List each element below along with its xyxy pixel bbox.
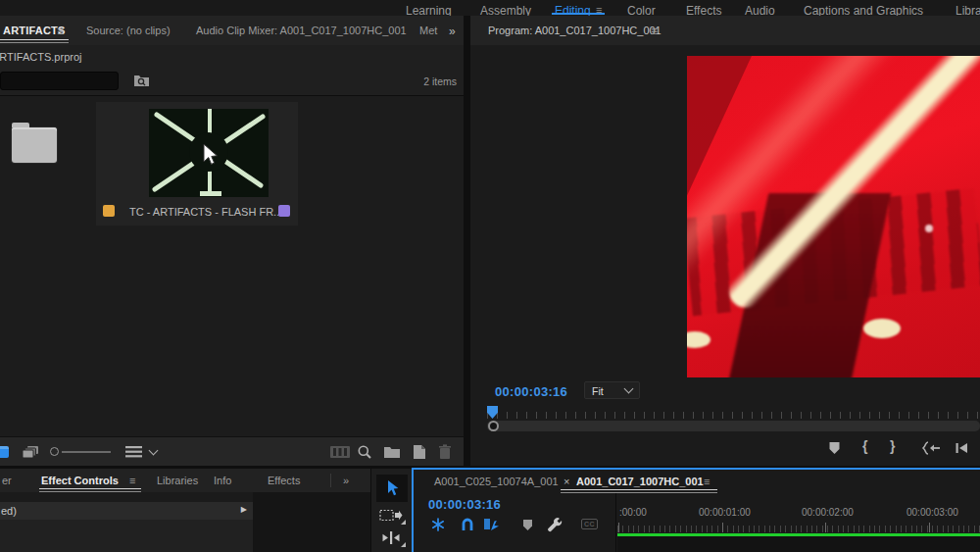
- effect-controls-row[interactable]: ed) ▶: [0, 502, 253, 520]
- sort-icon[interactable]: [125, 446, 142, 458]
- thumbnail-artwork: [149, 109, 269, 197]
- active-tab-underline: [561, 489, 717, 494]
- linked-selection-icon[interactable]: [483, 518, 500, 531]
- step-back-button[interactable]: [954, 441, 969, 455]
- workspace-learning[interactable]: Learning: [406, 4, 452, 16]
- selection-tool[interactable]: [376, 475, 408, 502]
- timeline-timecode[interactable]: 00:00:03:16: [428, 497, 501, 512]
- video-highlight-spot: [687, 331, 710, 348]
- ruler-label: 00:00:02:00: [802, 507, 854, 518]
- program-scrollbar-handle[interactable]: [488, 421, 499, 431]
- zoom-chevron-down-icon: [624, 384, 634, 394]
- automate-to-sequence-icon[interactable]: [330, 445, 350, 459]
- project-bin-content: TC - ARTIFACTS - FLASH FR...: [0, 95, 464, 436]
- project-file-name: ARTIFACTS.prproj: [0, 51, 82, 63]
- tab-sequence-inactive[interactable]: A001_C025_10074A_001: [434, 476, 559, 487]
- mark-out-button[interactable]: }: [890, 438, 895, 454]
- tab-sequence-active[interactable]: A001_C017_1007HC_001: [576, 476, 704, 487]
- snap-magnet-icon[interactable]: [461, 518, 474, 531]
- clip-item[interactable]: TC - ARTIFACTS - FLASH FR...: [96, 102, 298, 226]
- list-view-icon[interactable]: [0, 446, 9, 458]
- workspace-bar: Learning Assembly Editing ≡ Color Effect…: [0, 0, 980, 16]
- project-panel-menu-icon[interactable]: ≡: [57, 25, 64, 38]
- effect-controls-empty-area: [253, 492, 370, 552]
- track-select-forward-tool[interactable]: [379, 508, 403, 523]
- go-to-in-button[interactable]: [920, 441, 941, 455]
- video-highlight-dot: [925, 225, 933, 232]
- program-zoom-scrollbar[interactable]: [487, 421, 980, 431]
- add-marker-icon[interactable]: [522, 519, 533, 531]
- search-bins-icon[interactable]: [133, 73, 150, 87]
- workspace-captions-graphics[interactable]: Captions and Graphics: [804, 4, 923, 16]
- ruler-major-tick: [618, 523, 619, 532]
- workspace-active-underline: [552, 13, 605, 15]
- tab-metadata[interactable]: Met: [419, 25, 437, 36]
- captions-cc-icon[interactable]: CC: [581, 519, 598, 529]
- mark-in-button[interactable]: {: [862, 438, 867, 454]
- ruler-label: 00:00:01:00: [699, 507, 751, 518]
- workspace-color[interactable]: Color: [627, 4, 656, 16]
- effect-controls-menu-icon[interactable]: ≡: [129, 475, 135, 486]
- header-ruler-divider: [615, 493, 616, 552]
- tool-flyout-indicator: [401, 542, 406, 547]
- timeline-settings-wrench-icon[interactable]: [547, 517, 563, 532]
- lower-left-tabbar: er Effect Controls ≡ Libraries Info Effe…: [0, 469, 370, 492]
- project-search-input[interactable]: [0, 72, 119, 90]
- clip-name[interactable]: TC - ARTIFACTS - FLASH FR...: [129, 206, 282, 218]
- nest-sequences-icon[interactable]: [431, 518, 445, 531]
- new-bin-icon[interactable]: [383, 445, 401, 459]
- workspace-effects[interactable]: Effects: [686, 4, 721, 16]
- timeline-panel: A001_C025_10074A_001 × A001_C017_1007HC_…: [412, 468, 980, 552]
- ruler-major-tick: [929, 523, 930, 532]
- effect-row-text: ed): [1, 505, 17, 517]
- tab-effect-controls[interactable]: Effect Controls: [41, 475, 119, 486]
- new-item-icon[interactable]: [413, 444, 426, 460]
- program-mini-ruler[interactable]: [487, 412, 980, 419]
- sort-chevron-down-icon[interactable]: [149, 446, 159, 456]
- tab-clipped[interactable]: er: [2, 475, 12, 486]
- program-monitor-panel: Program: A001_C017_1007HC_001 ≡ 00:00:03…: [470, 16, 980, 466]
- find-icon[interactable]: [357, 444, 372, 460]
- thumbnail-zoom-slider-knob[interactable]: [50, 447, 59, 456]
- add-marker-button[interactable]: [828, 441, 841, 455]
- left-panel-tabbar: ARTIFACTS ≡ Source: (no clips) Audio Cli…: [0, 16, 464, 45]
- workspace-libraries[interactable]: Libra: [956, 4, 980, 16]
- active-tab-underline: [0, 39, 69, 44]
- tab-audio-clip-mixer[interactable]: Audio Clip Mixer: A001_C017_1007HC_001: [196, 25, 407, 36]
- ruler-label: 00:00:03:00: [906, 507, 958, 518]
- workspace-assembly[interactable]: Assembly: [480, 4, 531, 16]
- project-toolbar: [0, 436, 464, 466]
- timeline-track-area[interactable]: [617, 536, 980, 552]
- ripple-edit-tool[interactable]: [379, 530, 403, 545]
- workspace-audio[interactable]: Audio: [745, 4, 775, 16]
- program-timecode[interactable]: 00:00:03:16: [495, 384, 567, 399]
- tab-source[interactable]: Source: (no clips): [86, 25, 171, 36]
- selection-arrow-icon: [385, 479, 399, 497]
- tab-program[interactable]: Program: A001_C017_1007HC_001: [488, 25, 662, 36]
- ruler-ticks[interactable]: [617, 526, 980, 532]
- tab-info[interactable]: Info: [214, 475, 231, 486]
- ruler-major-tick: [722, 523, 723, 532]
- ruler-label: :00:00: [619, 507, 647, 518]
- close-sequence-icon[interactable]: ×: [564, 476, 569, 487]
- clear-trash-icon[interactable]: [438, 444, 452, 460]
- icon-view-icon[interactable]: [22, 445, 40, 459]
- tool-flyout-indicator: [401, 520, 406, 525]
- tab-overflow-icon[interactable]: »: [449, 25, 455, 38]
- label-color-purple[interactable]: [278, 205, 290, 217]
- tab-libraries[interactable]: Libraries: [157, 475, 198, 486]
- tab-effects[interactable]: Effects: [268, 475, 300, 486]
- thumbnail-zoom-slider-track[interactable]: [62, 451, 111, 453]
- label-color-orange[interactable]: [103, 205, 115, 217]
- tab-project-artifacts[interactable]: ARTIFACTS: [3, 25, 66, 36]
- timeline-menu-icon[interactable]: ≡: [704, 476, 710, 487]
- tab-overflow-icon[interactable]: »: [343, 475, 348, 486]
- expand-arrow-icon[interactable]: ▶: [241, 505, 247, 514]
- program-tabbar: Program: A001_C017_1007HC_001 ≡: [470, 16, 980, 45]
- clip-thumbnail[interactable]: [149, 109, 269, 197]
- effect-controls-body: [0, 520, 253, 552]
- effect-controls-panel: er Effect Controls ≡ Libraries Info Effe…: [0, 469, 370, 552]
- zoom-level-select[interactable]: Fit: [584, 381, 640, 399]
- program-panel-menu-icon[interactable]: ≡: [651, 25, 658, 38]
- folder-item[interactable]: [12, 127, 57, 163]
